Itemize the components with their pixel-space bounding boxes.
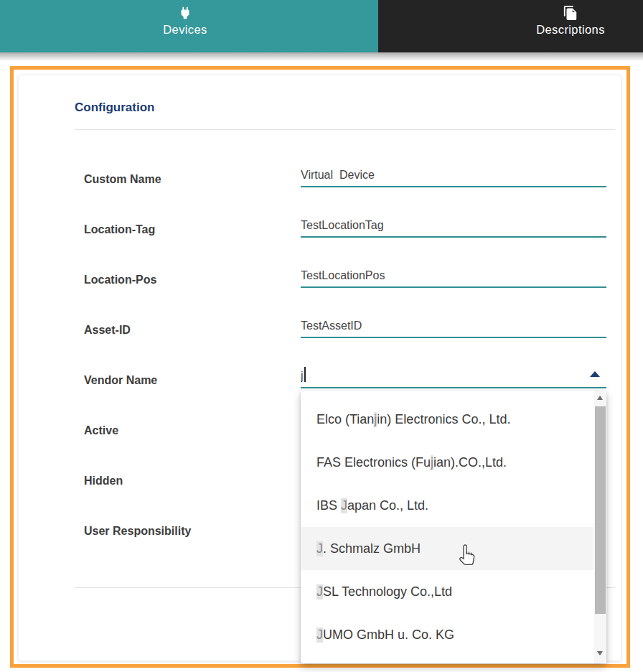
active-label: Active	[84, 424, 118, 437]
user-responsibility-label: User Responsibility	[84, 525, 191, 538]
match-highlight: J	[316, 584, 323, 599]
option-text: FAS Electronics (Fu	[316, 455, 431, 470]
tab-descriptions-label: Descriptions	[524, 23, 617, 37]
location-pos-underline	[301, 286, 606, 288]
option-text: in) Electronics Co., Ltd.	[377, 412, 510, 427]
match-highlight: J	[316, 541, 323, 556]
tab-devices[interactable]: Devices	[0, 0, 378, 52]
option-text: . Schmalz GmbH	[323, 541, 421, 556]
divider	[75, 129, 615, 130]
copy-pages-icon	[563, 5, 578, 21]
scrollbar-thumb[interactable]	[595, 406, 606, 614]
vendor-option-fas[interactable]: FAS Electronics (Fujian).CO.,Ltd.	[301, 441, 593, 484]
tabbar-shadow	[0, 52, 643, 61]
tab-devices-label: Devices	[139, 23, 232, 37]
dropdown-scrollbar[interactable]	[594, 391, 606, 663]
option-text: apan Co., Ltd.	[347, 498, 428, 513]
option-text: UMO GmbH u. Co. KG	[323, 627, 454, 643]
location-pos-input[interactable]	[301, 267, 606, 284]
vendor-name-input[interactable]	[301, 368, 606, 385]
vendor-name-label: Vendor Name	[84, 374, 157, 387]
custom-name-underline	[301, 186, 606, 187]
tab-descriptions[interactable]: Descriptions	[378, 0, 643, 52]
page: Devices Descriptions Configuration Custo…	[0, 0, 643, 672]
vendor-option-ibs[interactable]: IBS Japan Co., Ltd.	[301, 484, 593, 527]
section-title: Configuration	[75, 101, 154, 115]
plug-icon	[177, 5, 193, 21]
vendor-option-jumo[interactable]: JUMO GmbH u. Co. KG	[301, 613, 593, 656]
chevron-up-icon[interactable]	[590, 371, 600, 377]
custom-name-label: Custom Name	[84, 173, 161, 186]
tab-devices-content: Devices	[139, 5, 232, 37]
vendor-dropdown: Elco (Tianjin) Electronics Co., Ltd. FAS…	[301, 391, 606, 663]
scroll-down-icon[interactable]	[594, 648, 606, 659]
location-tag-label: Location-Tag	[84, 223, 155, 236]
location-pos-label: Location-Pos	[84, 274, 156, 286]
option-text: ian).CO.,Ltd.	[433, 455, 507, 470]
asset-id-underline	[301, 337, 606, 338]
location-tag-underline	[301, 236, 606, 238]
vendor-option-schmalz[interactable]: J. Schmalz GmbH	[301, 527, 593, 570]
top-tab-bar: Devices Descriptions	[0, 0, 643, 52]
scroll-up-icon[interactable]	[594, 392, 606, 403]
option-text: Elco (Tian	[316, 412, 374, 427]
vendor-name-underline	[301, 387, 606, 388]
asset-id-input[interactable]	[301, 317, 606, 335]
custom-name-input[interactable]	[301, 167, 606, 184]
option-text: SL Technology Co.,Ltd	[323, 584, 452, 599]
vendor-option-jsl[interactable]: JSL Technology Co.,Ltd	[301, 570, 593, 613]
vendor-option-elco[interactable]: Elco (Tianjin) Electronics Co., Ltd.	[301, 398, 593, 441]
hidden-label: Hidden	[84, 475, 123, 487]
location-tag-input[interactable]	[301, 217, 606, 234]
match-highlight: J	[341, 498, 347, 513]
match-highlight: J	[316, 627, 323, 643]
tab-descriptions-content: Descriptions	[524, 5, 617, 37]
option-text: IBS	[316, 498, 341, 513]
asset-id-label: Asset-ID	[84, 324, 131, 337]
text-caret	[304, 367, 306, 382]
vendor-option-list: Elco (Tianjin) Electronics Co., Ltd. FAS…	[301, 398, 593, 656]
